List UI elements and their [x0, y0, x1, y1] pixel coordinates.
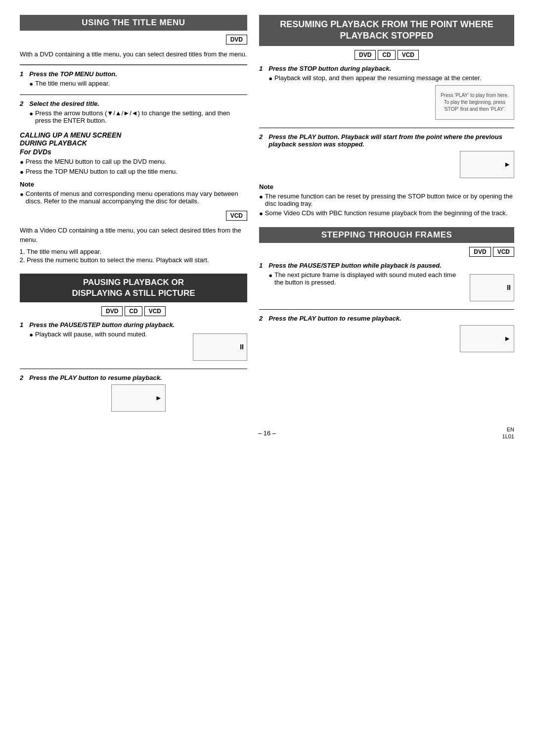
pausing-step-1-num: 1 — [20, 321, 23, 329]
pausing-step-1-bullet: ● Playback will pause, with sound muted. — [29, 331, 147, 338]
right-column: RESUMING PLAYBACK FROM THE POINT WHERE P… — [259, 15, 514, 415]
pausing-step-1-text: Press the PAUSE/STEP button during playb… — [29, 321, 247, 329]
pausing-dvd-badge: DVD — [101, 306, 123, 316]
stepping-step-2-row: 2 Press the PLAY button to resume playba… — [259, 315, 514, 352]
step-1-num: 1 — [20, 70, 23, 78]
resuming-cd-badge: CD — [378, 50, 395, 60]
calling-bullet-1: ● Press the MENU button to call up the D… — [20, 158, 247, 166]
step-2-num: 2 — [20, 100, 23, 107]
resuming-header: RESUMING PLAYBACK FROM THE POINT WHERE P… — [259, 15, 514, 46]
pausing-screen-2: ► — [111, 384, 166, 412]
resuming-note-bullet-2: ● Some Video CDs with PBC function resum… — [259, 209, 514, 217]
vcd-badge-row: VCD — [20, 211, 247, 221]
resuming-step-1-text: Press the STOP button during playback. — [268, 65, 514, 72]
resuming-dvd-badge: DVD — [355, 50, 376, 60]
dvd-badge-row-1: DVD — [20, 35, 247, 45]
pausing-step-1-row: 1 Press the PAUSE/STEP button during pla… — [20, 321, 247, 364]
left-column: USING THE TITLE MENU DVD With a DVD cont… — [20, 15, 247, 415]
calling-heading-1: CALLING UP A MENU SCREEN — [20, 131, 247, 139]
pausing-screen-1: II — [193, 333, 247, 361]
resuming-step-2-text: Press the PLAY button. Playback will sta… — [268, 133, 514, 148]
resuming-step-1-row: 1 Press the STOP button during playback.… — [259, 65, 514, 123]
vcd-list-item-1: The title menu will appear. — [27, 248, 247, 255]
pausing-cd-badge: CD — [125, 306, 142, 316]
step-1-row: 1 Press the TOP MENU button. ● The title… — [20, 70, 247, 90]
pausing-step-2-num: 2 — [20, 374, 23, 381]
step-1-bullet: ● The title menu will appear. — [29, 80, 247, 88]
calling-bullet-2: ● Press the TOP MENU button to call up t… — [20, 168, 247, 176]
pausing-header: PAUSING PLAYBACK OR DISPLAYING A STILL P… — [20, 274, 247, 302]
pausing-vcd-badge: VCD — [144, 306, 166, 316]
page-footer: – 16 – EN 1L01 — [20, 429, 514, 437]
pausing-step-2-row: 2 Press the PLAY button to resume playba… — [20, 374, 247, 412]
note-label-1: Note — [20, 181, 247, 188]
en-label: EN 1L01 — [502, 426, 514, 440]
resuming-screen-2: ► — [460, 151, 514, 178]
resuming-step-1-num: 1 — [259, 65, 263, 72]
pausing-step-2-text: Press the PLAY button to resume playback… — [29, 374, 247, 381]
stepping-step-2-num: 2 — [259, 315, 263, 322]
step-2-row: 2 Select the desired title. ● Press the … — [20, 100, 247, 126]
resuming-badge-row: DVD CD VCD — [259, 50, 514, 60]
calling-heading-3: For DVDs — [20, 148, 247, 156]
using-title-menu-section: USING THE TITLE MENU DVD With a DVD cont… — [20, 15, 247, 264]
using-title-menu-header: USING THE TITLE MENU — [20, 15, 247, 31]
resuming-screen-1: Press 'PLAY' to play from here. To play … — [435, 85, 514, 120]
resuming-note-bullet-1: ● The resume function can be reset by pr… — [259, 192, 514, 207]
stepping-badge-row: DVD VCD — [259, 247, 514, 257]
dvd-badge-1: DVD — [226, 35, 247, 45]
pausing-section: PAUSING PLAYBACK OR DISPLAYING A STILL P… — [20, 274, 247, 412]
resuming-vcd-badge: VCD — [398, 50, 419, 60]
note-bullet-1: ● Contents of menus and corresponding me… — [20, 190, 247, 205]
stepping-step-1-text: Press the PAUSE/STEP button while playba… — [268, 262, 514, 269]
using-title-intro: With a DVD containing a title menu, you … — [20, 49, 247, 59]
resuming-step-2-num: 2 — [259, 133, 263, 141]
pausing-badge-row: DVD CD VCD — [20, 306, 247, 316]
resuming-step-2-row: 2 Press the PLAY button. Playback will s… — [259, 133, 514, 178]
stepping-dvd-badge: DVD — [469, 247, 490, 257]
stepping-step-1-row: 1 Press the PAUSE/STEP button while play… — [259, 262, 514, 304]
calling-heading-2: DURING PLAYBACK — [20, 139, 247, 147]
stepping-header: STEPPING THROUGH FRAMES — [259, 227, 514, 243]
stepping-step-1-num: 1 — [259, 262, 263, 269]
step-2-bullet: ● Press the arrow buttons (▼/▲/►/◄) to c… — [29, 109, 247, 124]
page-number: – 16 – — [258, 429, 276, 437]
stepping-screen-1: II — [470, 274, 514, 301]
stepping-section: STEPPING THROUGH FRAMES DVD VCD 1 Press … — [259, 227, 514, 352]
resuming-step-1-bullet: ● Playback will stop, and then appear th… — [268, 74, 514, 82]
stepping-screen-2: ► — [460, 325, 514, 352]
stepping-step-1-bullet: ● The next picture frame is displayed wi… — [268, 271, 466, 286]
vcd-list-item-2: Press the numeric button to select the m… — [27, 256, 247, 264]
resuming-note-label: Note — [259, 183, 514, 190]
vcd-badge-1: VCD — [226, 211, 247, 221]
vcd-list: The title menu will appear. Press the nu… — [27, 248, 247, 264]
stepping-step-2-text: Press the PLAY button to resume playback… — [268, 315, 514, 322]
resuming-section: RESUMING PLAYBACK FROM THE POINT WHERE P… — [259, 15, 514, 217]
stepping-vcd-badge: VCD — [493, 247, 514, 257]
step-2-text: Select the desired title. — [29, 100, 247, 107]
vcd-intro: With a Video CD containing a title menu,… — [20, 226, 247, 245]
step-1-text: Press the TOP MENU button. — [29, 70, 247, 78]
